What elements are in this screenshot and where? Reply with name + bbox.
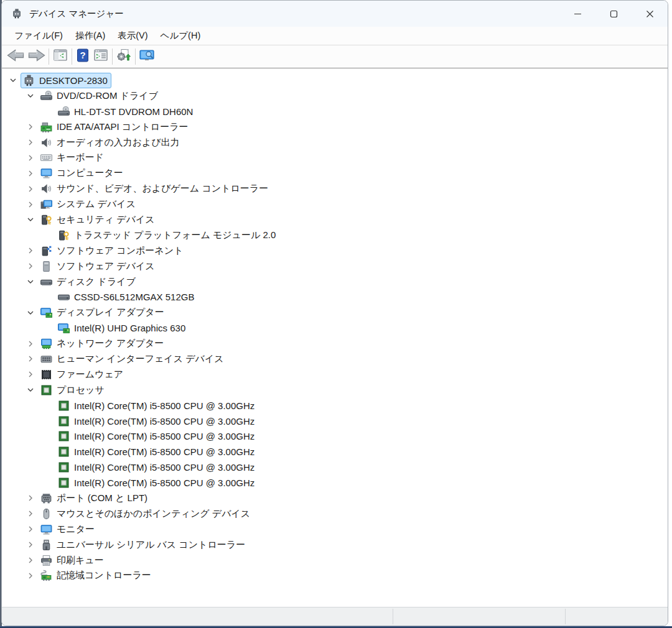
- chevron-right-icon[interactable]: [26, 122, 35, 132]
- chevron-right-icon[interactable]: [26, 524, 35, 534]
- titlebar[interactable]: デバイス マネージャー: [2, 1, 668, 27]
- tree-item[interactable]: プロセッサ: [2, 382, 668, 398]
- tree-node[interactable]: プロセッサ: [38, 382, 108, 398]
- chevron-right-icon[interactable]: [26, 339, 35, 349]
- menu-item-1[interactable]: 操作(A): [69, 27, 111, 44]
- tree-node[interactable]: Intel(R) Core(TM) i5-8500 CPU @ 3.00GHz: [55, 398, 258, 413]
- tree-item[interactable]: ソフトウェア コンポーネント: [2, 243, 668, 259]
- chevron-right-icon[interactable]: [26, 169, 35, 178]
- tree-item[interactable]: ソフトウェア デバイス: [2, 259, 668, 274]
- tree-node[interactable]: IDE ATA/ATAPI コントローラー: [38, 119, 192, 135]
- menu-item-0[interactable]: ファイル(F): [8, 27, 69, 44]
- chevron-down-icon[interactable]: [8, 75, 18, 85]
- tree-item[interactable]: コンピューター: [2, 165, 668, 181]
- tree-item[interactable]: オーディオの入力および出力: [2, 135, 668, 150]
- tree-item[interactable]: マウスとそのほかのポインティング デバイス: [2, 506, 668, 522]
- tree-node[interactable]: Intel(R) Core(TM) i5-8500 CPU @ 3.00GHz: [55, 413, 258, 429]
- tree-node[interactable]: 印刷キュー: [38, 553, 108, 568]
- tree-item[interactable]: セキュリティ デバイス: [2, 212, 668, 228]
- tree-node[interactable]: ポート (COM と LPT): [38, 491, 151, 506]
- toolbar-button-forward[interactable]: [26, 48, 47, 65]
- chevron-down-icon[interactable]: [26, 91, 35, 101]
- tree-item[interactable]: 印刷キュー: [2, 553, 668, 568]
- tree-item[interactable]: ディスプレイ アダプター: [2, 305, 668, 320]
- tree-item[interactable]: DVD/CD-ROM ドライブ: [2, 88, 668, 104]
- menu-item-3[interactable]: ヘルプ(H): [154, 27, 207, 44]
- tree-node[interactable]: ソフトウェア コンポーネント: [38, 243, 187, 259]
- chevron-right-icon[interactable]: [26, 509, 35, 519]
- tree-item[interactable]: ヒューマン インターフェイス デバイス: [2, 351, 668, 367]
- chevron-right-icon[interactable]: [26, 354, 35, 364]
- tree-node[interactable]: Intel(R) Core(TM) i5-8500 CPU @ 3.00GHz: [55, 459, 258, 475]
- tree-node[interactable]: ユニバーサル シリアル バス コントローラー: [38, 537, 249, 553]
- tree-item[interactable]: 記憶域コントローラー: [2, 568, 668, 584]
- chevron-right-icon[interactable]: [26, 261, 35, 271]
- toolbar-button-back[interactable]: [6, 48, 26, 65]
- tree-node[interactable]: DESKTOP-2830: [21, 73, 111, 88]
- chevron-down-icon[interactable]: [26, 277, 35, 287]
- tree-node[interactable]: キーボード: [38, 150, 108, 165]
- tree-node[interactable]: ソフトウェア デバイス: [38, 259, 159, 274]
- tree-node[interactable]: システム デバイス: [38, 196, 139, 212]
- chevron-right-icon[interactable]: [26, 137, 35, 147]
- tree-item[interactable]: Intel(R) Core(TM) i5-8500 CPU @ 3.00GHz: [2, 413, 668, 429]
- chevron-right-icon[interactable]: [26, 555, 35, 565]
- tree-item[interactable]: DESKTOP-2830: [2, 73, 668, 88]
- tree-node[interactable]: サウンド、ビデオ、およびゲーム コントローラー: [38, 181, 272, 196]
- close-button[interactable]: [632, 1, 668, 27]
- chevron-right-icon[interactable]: [26, 369, 35, 379]
- tree-node[interactable]: ネットワーク アダプター: [38, 336, 167, 351]
- tree-item[interactable]: Intel(R) Core(TM) i5-8500 CPU @ 3.00GHz: [2, 398, 668, 413]
- tree-item[interactable]: キーボード: [2, 150, 668, 165]
- chevron-right-icon[interactable]: [26, 571, 35, 581]
- chevron-right-icon[interactable]: [26, 153, 35, 163]
- tree-node[interactable]: 記憶域コントローラー: [38, 568, 155, 583]
- tree-node[interactable]: ディスク ドライブ: [38, 274, 139, 290]
- tree-node[interactable]: Intel(R) Core(TM) i5-8500 CPU @ 3.00GHz: [55, 444, 258, 459]
- tree-item[interactable]: HL-DT-ST DVDROM DH60N: [2, 104, 668, 119]
- tree-node[interactable]: コンピューター: [38, 165, 127, 181]
- tree-item[interactable]: Intel(R) Core(TM) i5-8500 CPU @ 3.00GHz: [2, 459, 668, 475]
- toolbar-button-device-search[interactable]: [138, 48, 157, 65]
- tree-node[interactable]: CSSD-S6L512MGAX 512GB: [55, 289, 198, 305]
- toolbar-button-properties[interactable]: [91, 48, 110, 65]
- chevron-right-icon[interactable]: [26, 200, 35, 210]
- tree-node[interactable]: マウスとそのほかのポインティング デバイス: [38, 506, 254, 522]
- tree-item[interactable]: ポート (COM と LPT): [2, 491, 668, 506]
- tree-node[interactable]: セキュリティ デバイス: [38, 212, 159, 228]
- tree-node[interactable]: HL-DT-ST DVDROM DH60N: [55, 104, 197, 119]
- tree-node[interactable]: モニター: [38, 522, 98, 537]
- tree-item[interactable]: ユニバーサル シリアル バス コントローラー: [2, 537, 668, 553]
- chevron-right-icon[interactable]: [26, 246, 35, 256]
- tree-node[interactable]: Intel(R) Core(TM) i5-8500 CPU @ 3.00GHz: [55, 428, 258, 444]
- tree-node[interactable]: ディスプレイ アダプター: [38, 305, 168, 320]
- chevron-right-icon[interactable]: [26, 493, 35, 503]
- tree-node[interactable]: Intel(R) UHD Graphics 630: [55, 320, 189, 336]
- menu-item-2[interactable]: 表示(V): [111, 27, 154, 44]
- tree-item[interactable]: Intel(R) Core(TM) i5-8500 CPU @ 3.00GHz: [2, 444, 668, 459]
- tree-item[interactable]: トラステッド プラットフォーム モジュール 2.0: [2, 228, 668, 243]
- tree-item[interactable]: サウンド、ビデオ、およびゲーム コントローラー: [2, 181, 668, 196]
- tree-node[interactable]: ファームウェア: [38, 367, 127, 382]
- chevron-down-icon[interactable]: [26, 308, 35, 318]
- toolbar-button-scan-hardware-changes[interactable]: [114, 48, 133, 65]
- tree-item[interactable]: モニター: [2, 522, 668, 537]
- chevron-right-icon[interactable]: [26, 184, 35, 194]
- tree-item[interactable]: システム デバイス: [2, 196, 668, 212]
- tree-item[interactable]: ネットワーク アダプター: [2, 336, 668, 351]
- toolbar-button-help[interactable]: ?: [74, 48, 91, 65]
- tree-node[interactable]: Intel(R) Core(TM) i5-8500 CPU @ 3.00GHz: [55, 475, 258, 491]
- chevron-right-icon[interactable]: [26, 540, 35, 550]
- chevron-down-icon[interactable]: [26, 385, 35, 395]
- tree-item[interactable]: IDE ATA/ATAPI コントローラー: [2, 119, 668, 135]
- tree-item[interactable]: Intel(R) UHD Graphics 630: [2, 320, 668, 336]
- chevron-down-icon[interactable]: [26, 215, 35, 224]
- tree-node[interactable]: トラステッド プラットフォーム モジュール 2.0: [55, 228, 279, 243]
- tree-item[interactable]: CSSD-S6L512MGAX 512GB: [2, 289, 668, 305]
- minimize-button[interactable]: [559, 1, 595, 27]
- tree-node[interactable]: オーディオの入力および出力: [38, 135, 184, 150]
- tree-item[interactable]: Intel(R) Core(TM) i5-8500 CPU @ 3.00GHz: [2, 428, 668, 444]
- maximize-button[interactable]: [595, 1, 632, 27]
- tree-node[interactable]: DVD/CD-ROM ドライブ: [38, 88, 162, 104]
- tree-node[interactable]: ヒューマン インターフェイス デバイス: [38, 351, 228, 367]
